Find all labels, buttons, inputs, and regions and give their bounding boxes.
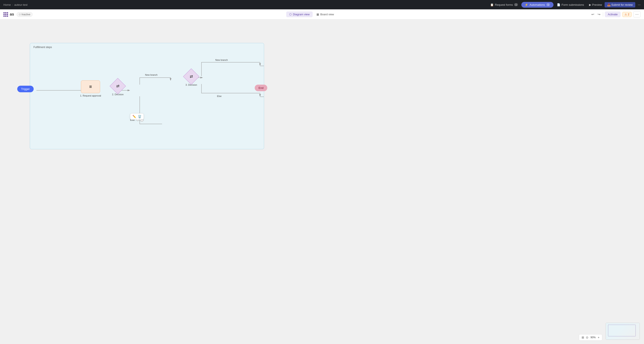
svg-marker-3: [128, 90, 130, 91]
end-node: End: [255, 85, 267, 91]
status-indicator: [19, 14, 21, 15]
submit-label: Submit for review: [612, 3, 633, 6]
form-submissions-icon: 📄: [557, 3, 560, 6]
automations-icon: ⚡: [525, 3, 528, 6]
undo-button[interactable]: ↩: [590, 11, 595, 17]
warning-icon: ⚠: [624, 13, 627, 16]
board-view-button[interactable]: ▦ Board view: [314, 11, 337, 17]
tab-automations-label: Automations: [530, 3, 545, 6]
tab-form-submissions[interactable]: 📄 Form submissions: [554, 2, 587, 8]
flow-connectors: [30, 43, 264, 149]
preview-label: Preview: [592, 3, 602, 6]
diagram-icon: ⬡: [289, 13, 292, 16]
preview-icon: ▶: [589, 3, 591, 6]
diagram-view-label: Diagram view: [293, 13, 310, 16]
step1-node: ≡ 1. Request approval: [80, 80, 101, 97]
preview-button[interactable]: ▶ Preview: [589, 3, 602, 6]
project-link[interactable]: auteur-test: [14, 3, 28, 6]
status-badge: Inactive: [16, 12, 32, 17]
home-link[interactable]: Home: [4, 3, 11, 6]
decision3-wrapper: ⇄: [186, 71, 197, 82]
fit-view-button[interactable]: ⊞: [581, 335, 584, 340]
breadcrumb: Home › auteur-test: [4, 3, 485, 6]
status-label: Inactive: [22, 13, 30, 16]
board-view-label: Board view: [320, 13, 334, 16]
zoom-controls: ⊞ ⊙ 90% +: [579, 334, 602, 341]
request-approval-box[interactable]: ≡: [81, 80, 100, 93]
minimap: [606, 323, 640, 340]
decision3-node: ⇄ 3. Decision: [186, 71, 197, 86]
decision3-icon: ⇄: [190, 74, 193, 79]
else-popup: ✏️ 🗑️: [130, 113, 144, 120]
end-pill[interactable]: End: [255, 85, 267, 91]
warning-badge[interactable]: ⚠ 2: [622, 12, 632, 17]
svg-marker-7: [259, 63, 261, 66]
new-branch-2-label: New branch: [215, 59, 228, 61]
svg-marker-8: [259, 94, 261, 97]
top-nav-tabs: 📋 Request forms 1 ⚡ Automations 1 📄 Form…: [487, 2, 588, 8]
view-toggle: ⬡ Diagram view ▦ Board view: [35, 11, 588, 17]
submit-icon: 📤: [607, 3, 610, 6]
request-forms-badge: 1: [514, 3, 518, 6]
redo-button[interactable]: ↪: [597, 11, 601, 17]
decision2-icon: ⇄: [116, 84, 120, 88]
request-approval-icon: ≡: [89, 84, 92, 90]
new-branch-1-label: New branch: [145, 74, 158, 76]
fulfillment-steps-container: Fulfillment steps: [30, 43, 264, 149]
zoom-to-fit-button[interactable]: ⊙: [586, 335, 589, 340]
else-1-label: Else: [217, 95, 222, 97]
zoom-in-button[interactable]: +: [597, 335, 600, 340]
activate-button[interactable]: Activate: [605, 11, 620, 17]
svg-marker-6: [200, 77, 203, 78]
zoom-level-label: 90%: [590, 336, 596, 339]
minimap-viewport: [608, 325, 636, 336]
top-navigation: Home › auteur-test 📋 Request forms 1 ⚡ A…: [0, 0, 644, 9]
board-icon: ▦: [316, 13, 319, 16]
tab-form-submissions-label: Form submissions: [562, 3, 584, 6]
delete-else-button[interactable]: 🗑️: [138, 115, 142, 118]
request-forms-icon: 📋: [490, 3, 494, 6]
tab-automations[interactable]: ⚡ Automations 1: [521, 2, 553, 8]
edit-else-button[interactable]: ✏️: [132, 115, 136, 118]
automations-badge: 1: [546, 3, 550, 6]
minimap-content: [606, 323, 640, 340]
decision2-node: ⇄ 2. Decision: [112, 80, 124, 96]
decision2-wrapper: ⇄: [112, 80, 124, 92]
top-nav-actions: ▶ Preview 📤 Submit for review ⋯: [589, 2, 640, 7]
step1-label: 1. Request approval: [80, 94, 101, 97]
trigger-pill[interactable]: Trigger: [17, 86, 34, 92]
toolbar-right-actions: ↩ ↪ Activate ⚠ 2 ⋯: [590, 11, 640, 17]
svg-marker-4: [170, 78, 172, 81]
logo-dots: [4, 12, 8, 17]
tab-request-forms[interactable]: 📋 Request forms 1: [487, 2, 522, 8]
submit-review-button[interactable]: 📤 Submit for review: [604, 2, 635, 7]
flow-canvas: Fulfillment steps: [0, 19, 644, 344]
container-label: Fulfillment steps: [34, 46, 52, 49]
logo-text: as: [10, 12, 14, 16]
app-logo: as: [4, 12, 14, 17]
tab-request-forms-label: Request forms: [495, 3, 513, 6]
breadcrumb-sep: ›: [12, 3, 13, 6]
more-options-button[interactable]: ⋯: [633, 11, 640, 17]
main-toolbar: as Inactive ⬡ Diagram view ▦ Board view …: [0, 9, 644, 19]
warning-count: 2: [628, 13, 629, 16]
trigger-node: Trigger: [17, 86, 34, 92]
diagram-view-button[interactable]: ⬡ Diagram view: [286, 11, 313, 17]
top-more-button[interactable]: ⋯: [638, 3, 640, 6]
